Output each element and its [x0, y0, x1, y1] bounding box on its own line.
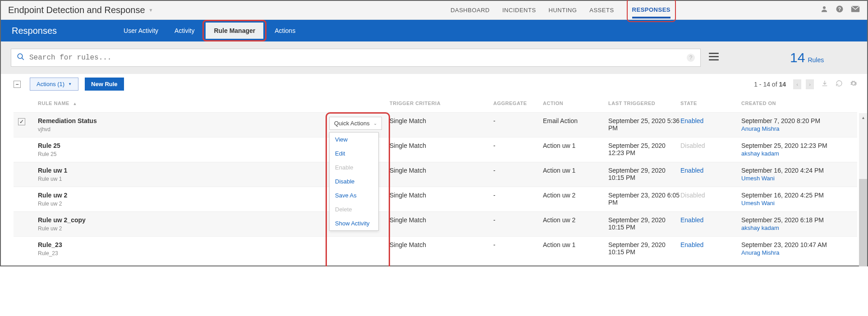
qa-item-enable: Enable [330, 160, 378, 174]
nav-dashboard[interactable]: DASHBOARD [450, 1, 490, 19]
table-row[interactable]: Remediation StatusvjhvdSingle Match-Emai… [14, 112, 857, 137]
rule-desc: Rule_23 [38, 250, 390, 256]
cell-state: Disabled [680, 142, 741, 149]
header-last-triggered[interactable]: LAST TRIGGERED [608, 101, 680, 106]
sort-asc-icon: ▲ [73, 101, 77, 106]
cell-action: Action uw 1 [543, 167, 608, 174]
cell-state: Enabled [680, 216, 741, 224]
created-by: Umesh Wani [741, 175, 857, 182]
app-container: Endpoint Detection and Response ▼ DASHBO… [0, 0, 868, 266]
created-by: Anurag Mishra [741, 249, 857, 256]
qa-item-save-as[interactable]: Save As [330, 188, 378, 202]
qa-item-show-activity[interactable]: Show Activity [330, 216, 378, 230]
svg-point-4 [18, 54, 23, 59]
tab-user-activity[interactable]: User Activity [115, 20, 166, 41]
cell-state: Enabled [680, 167, 741, 174]
nav-assets[interactable]: ASSETS [589, 1, 614, 19]
new-rule-button[interactable]: New Rule [85, 78, 124, 91]
cell-created: September 16, 2020 4:25 PMUmesh Wani [741, 192, 857, 206]
header-trigger[interactable]: TRIGGER CRITERIA [390, 101, 493, 106]
search-row: ? 14 Rules [1, 41, 867, 74]
row-checkbox[interactable] [18, 118, 25, 125]
rules-count-label: Rules [808, 56, 824, 64]
search-help-icon[interactable]: ? [687, 54, 695, 62]
header-rule-name[interactable]: RULE NAME ▲ [38, 101, 390, 106]
svg-line-5 [22, 58, 24, 60]
cell-aggregate: - [493, 192, 543, 199]
cell-trigger: Single Match [390, 167, 493, 174]
list-toggle-icon[interactable] [709, 52, 719, 64]
toolbar: − Actions (1) ▼ New Rule 1 - 14 of 14 ‹ … [1, 74, 867, 94]
user-icon[interactable] [820, 5, 828, 15]
rules-count: 14 Rules [790, 50, 824, 65]
cell-aggregate: - [493, 117, 543, 124]
table-row[interactable]: Rule uw 2_copyRule uw 2Single Match-Acti… [14, 211, 857, 236]
pager-prev[interactable]: ‹ [793, 79, 801, 89]
nav-incidents[interactable]: INCIDENTS [502, 1, 536, 19]
created-by: akshay kadam [741, 224, 857, 231]
created-by: Umesh Wani [741, 200, 857, 206]
cell-trigger: Single Match [390, 241, 493, 248]
refresh-icon[interactable] [836, 80, 843, 88]
header-action[interactable]: ACTION [543, 101, 608, 106]
search-box: ? [11, 49, 701, 67]
table-row[interactable]: Rule 25Rule 25Single Match-Action uw 1Se… [14, 137, 857, 162]
cell-aggregate: - [493, 142, 543, 149]
search-icon [17, 53, 25, 63]
header-created[interactable]: CREATED ON [741, 101, 857, 106]
tab-rule-manager[interactable]: Rule Manager [206, 23, 263, 39]
cell-created: September 25, 2020 6:18 PMakshay kadam [741, 216, 857, 231]
topbar-icons: ? [820, 5, 860, 15]
svg-rect-6 [709, 53, 719, 54]
scrollbar-thumb[interactable] [859, 179, 867, 266]
table-row[interactable]: Rule_23Rule_23Single Match-Action uw 1Se… [14, 236, 857, 261]
cell-created: September 16, 2020 4:24 PMUmesh Wani [741, 167, 857, 182]
cell-trigger: Single Match [390, 216, 493, 224]
quick-actions-button[interactable]: Quick Actions ⌄ [329, 117, 382, 130]
created-by: akshay kadam [741, 150, 857, 157]
download-icon[interactable] [821, 80, 828, 88]
quick-actions-menu: ViewEditEnableDisableSave AsDeleteShow A… [329, 132, 379, 231]
actions-dropdown-button[interactable]: Actions (1) ▼ [30, 78, 78, 91]
header-aggregate[interactable]: AGGREGATE [493, 101, 543, 106]
settings-gear-icon[interactable] [850, 80, 857, 88]
table-row[interactable]: Rule uw 2Rule uw 2Single Match-Action uw… [14, 187, 857, 211]
cell-action: Action uw 1 [543, 142, 608, 149]
created-by: Anurag Mishra [741, 125, 857, 132]
pager-controls: ‹ › [793, 79, 814, 89]
qa-item-edit[interactable]: Edit [330, 147, 378, 160]
cell-aggregate: - [493, 167, 543, 174]
cell-action: Action uw 1 [543, 241, 608, 248]
search-input[interactable] [29, 54, 687, 62]
scrollbar-up-arrow[interactable]: ▴ [859, 113, 867, 121]
tab-activity[interactable]: Activity [166, 20, 202, 41]
cell-last-triggered: September 29, 2020 10:15 PM [608, 216, 680, 231]
table-row[interactable]: Rule uw 1Rule uw 1Single Match-Action uw… [14, 162, 857, 187]
rules-count-number: 14 [790, 50, 805, 65]
cell-created: September 25, 2020 12:23 PMakshay kadam [741, 142, 857, 157]
cell-state: Enabled [680, 241, 741, 248]
table-header-row: RULE NAME ▲ TRIGGER CRITERIA AGGREGATE A… [14, 94, 857, 112]
help-icon[interactable]: ? [836, 5, 844, 15]
table-body: Remediation StatusvjhvdSingle Match-Emai… [14, 112, 857, 261]
mail-icon[interactable] [851, 5, 860, 15]
qa-item-disable[interactable]: Disable [330, 174, 378, 188]
bluebar: Responses User Activity Activity Rule Ma… [1, 20, 867, 41]
cell-last-triggered: September 25, 2020 5:36 PM [608, 117, 680, 132]
nav-responses[interactable]: RESPONSES [632, 1, 671, 18]
app-title[interactable]: Endpoint Detection and Response ▼ [8, 5, 153, 15]
header-state[interactable]: STATE [680, 101, 741, 106]
tab-actions[interactable]: Actions [266, 20, 303, 41]
rule-name: Rule_23 [38, 241, 390, 248]
nav-hunting[interactable]: HUNTING [549, 1, 577, 19]
cell-created: September 23, 2020 10:47 AMAnurag Mishra [741, 241, 857, 256]
pager-next[interactable]: › [806, 79, 814, 89]
cell-last-triggered: September 29, 2020 10:15 PM [608, 167, 680, 181]
collapse-toggle[interactable]: − [14, 81, 21, 88]
tab-rule-manager-highlight: Rule Manager [202, 20, 266, 41]
nav-responses-highlight: RESPONSES [627, 0, 676, 22]
cell-last-triggered: September 29, 2020 10:15 PM [608, 241, 680, 256]
top-nav: DASHBOARD INCIDENTS HUNTING ASSETS RESPO… [450, 0, 676, 22]
pager-range: 1 - 14 of 14 [754, 81, 786, 88]
qa-item-view[interactable]: View [330, 133, 378, 147]
